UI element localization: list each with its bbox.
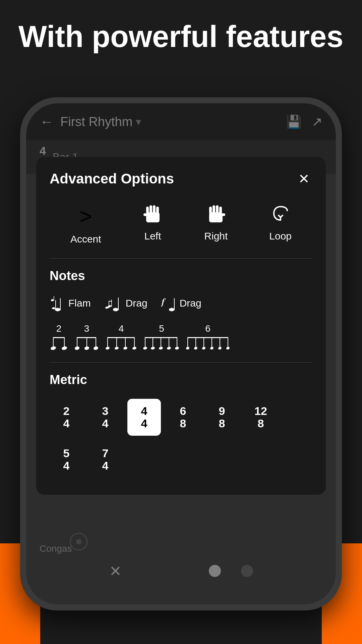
metric-num-1: 3 xyxy=(102,405,109,417)
svg-rect-52 xyxy=(169,337,169,347)
svg-point-58 xyxy=(167,346,171,350)
phone-frame: ← First Rhythm ▾ 💾 ↗ 4 4 Bar 1 xyxy=(20,97,342,610)
metric-denom-1: 4 xyxy=(102,417,109,430)
svg-point-48 xyxy=(132,346,137,350)
svg-rect-44 xyxy=(107,337,135,338)
tuplet-5[interactable]: 5 xyxy=(143,323,180,352)
metric-item-6-8[interactable]: 68 xyxy=(166,399,200,436)
svg-rect-28 xyxy=(53,337,54,347)
left-label: Left xyxy=(144,230,161,242)
metric-denom-6: 4 xyxy=(63,460,70,472)
drag-option-1[interactable]: Drag xyxy=(104,295,147,312)
tuplet-2[interactable]: 2 xyxy=(50,323,68,352)
svg-rect-21 xyxy=(111,300,112,307)
tuplet-3-number: 3 xyxy=(84,323,89,334)
svg-rect-2 xyxy=(149,205,152,214)
svg-rect-24 xyxy=(118,298,119,310)
metric-denom-3: 8 xyxy=(180,417,186,430)
svg-rect-30 xyxy=(53,337,65,338)
notes-section-title: Notes xyxy=(50,269,312,283)
action-icons-row: > Accent xyxy=(50,204,312,245)
svg-point-47 xyxy=(123,346,128,350)
accent-label: Accent xyxy=(70,233,101,245)
svg-point-72 xyxy=(226,346,230,350)
svg-rect-34 xyxy=(86,337,87,347)
tuplet-6[interactable]: 6 xyxy=(186,323,230,352)
left-option[interactable]: Left xyxy=(143,204,163,245)
svg-rect-5 xyxy=(143,213,147,216)
flam-label: Flam xyxy=(68,298,91,309)
right-option[interactable]: Right xyxy=(204,204,228,245)
svg-rect-11 xyxy=(221,213,225,216)
metric-denom-0: 4 xyxy=(63,417,70,430)
svg-point-71 xyxy=(218,346,222,350)
drag2-label: Drag xyxy=(180,298,201,309)
svg-rect-61 xyxy=(195,337,196,347)
metric-item-12-8[interactable]: 128 xyxy=(244,399,278,436)
svg-rect-3 xyxy=(153,205,156,214)
svg-rect-35 xyxy=(96,337,96,347)
svg-rect-17 xyxy=(54,296,54,301)
metric-denom-5: 8 xyxy=(258,417,264,430)
svg-rect-8 xyxy=(213,205,215,214)
svg-text:𝆑: 𝆑 xyxy=(161,297,166,307)
svg-rect-65 xyxy=(228,337,228,347)
svg-rect-22 xyxy=(109,301,112,302)
svg-point-67 xyxy=(186,346,190,350)
modal-close-button[interactable]: ✕ xyxy=(296,170,312,187)
tuplet-4[interactable]: 4 xyxy=(105,323,137,352)
svg-rect-4 xyxy=(156,207,159,214)
svg-rect-43 xyxy=(134,337,135,347)
accent-option[interactable]: > Accent xyxy=(70,204,101,245)
svg-rect-9 xyxy=(216,205,219,214)
metric-item-2-4[interactable]: 24 xyxy=(50,399,83,436)
tuplet-row: 2 3 xyxy=(50,323,312,352)
svg-rect-60 xyxy=(187,337,188,347)
tuplet-4-number: 4 xyxy=(119,323,124,334)
svg-rect-53 xyxy=(177,337,177,347)
svg-rect-64 xyxy=(220,337,220,347)
svg-rect-66 xyxy=(187,337,228,338)
svg-point-26 xyxy=(169,308,174,311)
svg-rect-49 xyxy=(145,337,145,347)
svg-rect-15 xyxy=(55,300,56,309)
svg-point-16 xyxy=(51,299,54,302)
metric-num-4: 9 xyxy=(219,405,225,417)
metric-item-3-4[interactable]: 34 xyxy=(88,399,122,436)
tuplet-2-number: 2 xyxy=(56,323,62,334)
svg-point-31 xyxy=(50,346,56,351)
loop-label: Loop xyxy=(269,230,292,242)
metric-denom-4: 8 xyxy=(219,417,225,430)
svg-rect-29 xyxy=(64,337,65,347)
phone-screen: ← First Rhythm ▾ 💾 ↗ 4 4 Bar 1 xyxy=(26,103,336,604)
metric-denom-7: 4 xyxy=(102,460,109,472)
divider-1 xyxy=(50,258,312,259)
metric-num-0: 2 xyxy=(63,405,70,417)
svg-rect-63 xyxy=(212,337,212,347)
metric-num-6: 5 xyxy=(63,447,70,460)
svg-rect-41 xyxy=(116,337,117,347)
loop-option[interactable]: Loop xyxy=(269,204,292,245)
metric-num-2: 4 xyxy=(141,405,147,417)
right-hand-icon xyxy=(206,204,226,226)
accent-icon: > xyxy=(79,204,92,229)
svg-point-57 xyxy=(159,346,163,350)
metric-item-7-4[interactable]: 74 xyxy=(88,441,122,478)
right-label: Right xyxy=(204,230,228,242)
svg-point-59 xyxy=(175,346,179,350)
metric-item-9-8[interactable]: 98 xyxy=(205,399,239,436)
svg-point-70 xyxy=(210,346,214,350)
metric-section-title: Metric xyxy=(50,373,312,387)
svg-rect-13 xyxy=(60,298,61,310)
tuplet-3[interactable]: 3 xyxy=(74,323,99,352)
drag-option-2[interactable]: 𝆑 Drag xyxy=(161,295,201,312)
metric-item-5-4[interactable]: 54 xyxy=(50,441,83,478)
modal-header: Advanced Options ✕ xyxy=(50,170,312,187)
svg-rect-62 xyxy=(203,337,204,347)
svg-point-69 xyxy=(202,346,206,350)
metric-denom-2: 4 xyxy=(141,417,147,430)
svg-point-46 xyxy=(114,346,119,350)
flam-option[interactable]: Flam xyxy=(50,295,91,312)
svg-point-39 xyxy=(93,346,99,350)
metric-item-4-4[interactable]: 44 xyxy=(127,399,161,436)
